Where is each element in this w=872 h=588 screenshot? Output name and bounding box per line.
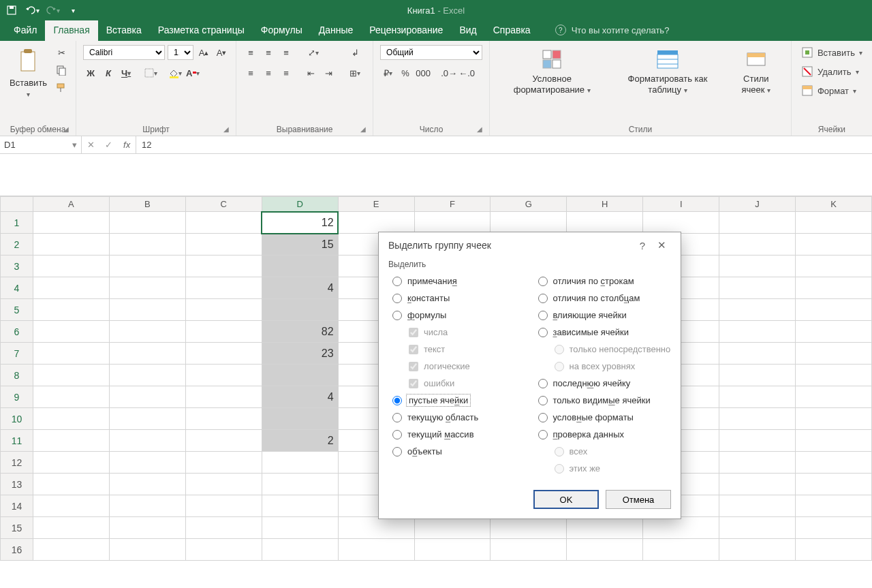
cell-styles-button[interactable]: Стили ячеек ▾	[728, 45, 784, 97]
cell[interactable]	[185, 539, 262, 561]
cell[interactable]	[643, 212, 719, 234]
column-header[interactable]: B	[109, 197, 185, 212]
tab-формулы[interactable]: Формулы	[253, 20, 311, 41]
fx-icon[interactable]: fx	[123, 140, 130, 150]
orientation-icon[interactable]: ⤢▾	[306, 45, 321, 60]
cell[interactable]	[33, 452, 109, 474]
insert-cells-button[interactable]: Вставить ▾	[798, 45, 865, 60]
conditional-formatting-button[interactable]: Условное форматирование ▾	[497, 45, 607, 97]
merge-center-icon[interactable]: ⊞▾	[344, 65, 366, 80]
cell[interactable]	[414, 517, 490, 539]
cell[interactable]	[414, 212, 490, 234]
cell[interactable]	[719, 386, 796, 408]
format-as-table-button[interactable]: Форматировать как таблицу ▾	[611, 45, 724, 97]
column-header[interactable]: C	[185, 197, 262, 212]
column-header[interactable]: F	[414, 197, 490, 212]
select-all-corner[interactable]	[1, 197, 33, 212]
cell[interactable]	[643, 517, 719, 539]
underline-button[interactable]: Ч ▾	[119, 65, 134, 80]
cell[interactable]: 2	[262, 430, 338, 452]
cell[interactable]	[33, 474, 109, 495]
fill-color-icon[interactable]: ▾	[168, 65, 183, 80]
cell[interactable]	[262, 495, 338, 517]
tab-данные[interactable]: Данные	[311, 20, 362, 41]
cell[interactable]	[719, 495, 796, 517]
tab-файл[interactable]: Файл	[5, 20, 45, 41]
cell[interactable]	[185, 256, 262, 277]
cell[interactable]	[185, 234, 262, 256]
cell[interactable]	[796, 234, 872, 256]
cell[interactable]	[262, 299, 338, 321]
wrap-text-icon[interactable]: ↲	[344, 45, 366, 60]
row-header[interactable]: 7	[1, 343, 33, 365]
column-header[interactable]: H	[567, 197, 643, 212]
cell[interactable]	[262, 452, 338, 474]
cell[interactable]	[185, 365, 262, 386]
cell[interactable]	[33, 495, 109, 517]
cell[interactable]	[796, 474, 872, 495]
cell[interactable]	[490, 539, 567, 561]
align-center-icon[interactable]: ≡	[261, 65, 276, 80]
cell[interactable]	[490, 517, 567, 539]
cell[interactable]	[796, 299, 872, 321]
cell[interactable]	[719, 343, 796, 365]
cell[interactable]	[719, 234, 796, 256]
row-header[interactable]: 9	[1, 386, 33, 408]
column-header[interactable]: A	[33, 197, 109, 212]
cell[interactable]	[109, 321, 185, 343]
font-name-select[interactable]: Calibri	[83, 45, 165, 60]
cancel-formula-icon[interactable]: ✕	[87, 140, 95, 150]
tell-me-input[interactable]: Что вы хотите сделать?	[572, 25, 670, 35]
cell[interactable]	[185, 212, 262, 234]
cell[interactable]	[338, 539, 414, 561]
cell[interactable]	[109, 256, 185, 277]
font-size-select[interactable]: 11	[168, 45, 193, 60]
cell[interactable]	[109, 299, 185, 321]
cell[interactable]	[109, 474, 185, 495]
radio-option[interactable]: влияющие ячейки	[534, 310, 672, 320]
cancel-button[interactable]: Отмена	[606, 490, 671, 509]
column-header[interactable]: E	[338, 197, 414, 212]
cell[interactable]	[33, 343, 109, 365]
cell[interactable]	[796, 343, 872, 365]
radio-option[interactable]: объекты	[388, 446, 526, 457]
cell[interactable]	[567, 212, 643, 234]
cell[interactable]	[109, 539, 185, 561]
save-icon[interactable]	[4, 3, 19, 18]
cell[interactable]: 4	[262, 277, 338, 299]
format-cells-button[interactable]: Формат ▾	[798, 83, 865, 98]
cell[interactable]	[338, 212, 414, 234]
undo-icon[interactable]: ▾	[25, 3, 40, 18]
cell[interactable]	[185, 299, 262, 321]
row-header[interactable]: 4	[1, 277, 33, 299]
cell[interactable]	[796, 408, 872, 430]
ok-button[interactable]: OK	[533, 490, 599, 509]
cell[interactable]	[109, 343, 185, 365]
formula-input[interactable]: 12	[136, 136, 872, 153]
help-icon[interactable]: ?	[633, 240, 652, 251]
cell[interactable]	[796, 495, 872, 517]
cell[interactable]	[109, 495, 185, 517]
cell[interactable]	[109, 517, 185, 539]
column-header[interactable]: D	[262, 197, 338, 212]
cell[interactable]	[185, 321, 262, 343]
comma-format-icon[interactable]: 000	[416, 65, 431, 80]
radio-option[interactable]: проверка данных	[534, 429, 672, 439]
italic-button[interactable]: К	[101, 65, 116, 80]
cell[interactable]	[719, 408, 796, 430]
align-launcher-icon[interactable]: ◢	[360, 125, 366, 133]
row-header[interactable]: 2	[1, 234, 33, 256]
cell[interactable]	[262, 517, 338, 539]
cell[interactable]	[109, 277, 185, 299]
cell[interactable]	[33, 517, 109, 539]
cell[interactable]	[719, 452, 796, 474]
row-header[interactable]: 16	[1, 539, 33, 561]
indent-increase-icon[interactable]: ⇥	[321, 65, 336, 80]
cell[interactable]: 15	[262, 234, 338, 256]
bold-button[interactable]: Ж	[83, 65, 98, 80]
cell[interactable]	[338, 517, 414, 539]
radio-option[interactable]: последнюю ячейку	[534, 378, 672, 388]
radio-option[interactable]: текущую область	[388, 412, 526, 422]
number-launcher-icon[interactable]: ◢	[477, 125, 482, 133]
cell[interactable]	[796, 517, 872, 539]
